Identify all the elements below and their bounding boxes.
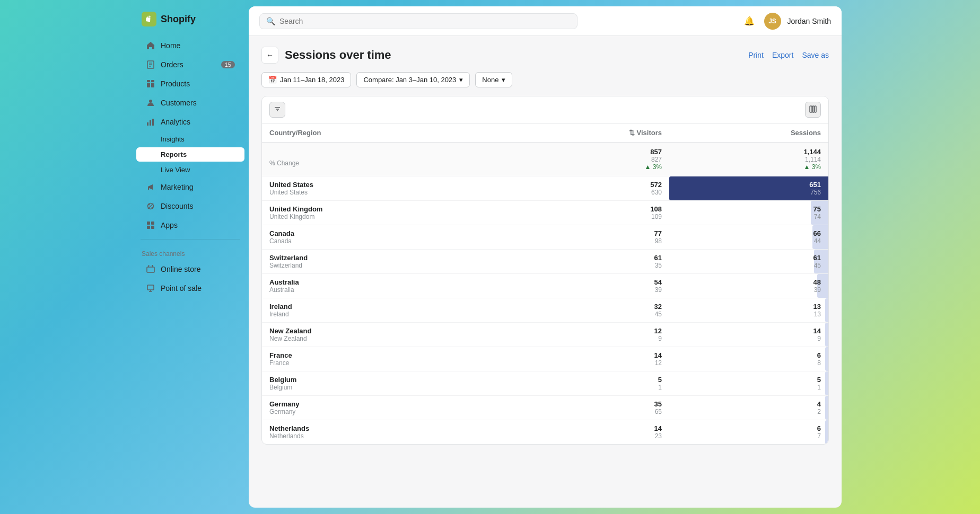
summary-visitors: 857 827 ▲ 3% bbox=[606, 143, 669, 176]
search-input[interactable] bbox=[279, 17, 571, 25]
sidebar-item-online-store[interactable]: Online store bbox=[136, 260, 244, 278]
orders-badge: 15 bbox=[221, 61, 235, 68]
notifications-button[interactable]: 🔔 bbox=[741, 13, 758, 30]
svg-rect-20 bbox=[151, 226, 154, 229]
columns-icon bbox=[809, 105, 817, 114]
table-row: Australia Australia 54 39 48 39 bbox=[262, 274, 828, 298]
table-row: Canada Canada 77 98 66 44 bbox=[262, 225, 828, 250]
page-area: ← Sessions over time Print Export Save a… bbox=[249, 36, 842, 508]
grouping-button[interactable]: None ▾ bbox=[475, 72, 512, 87]
sidebar-sub-reports[interactable]: Reports bbox=[136, 147, 244, 162]
discounts-icon bbox=[146, 201, 155, 211]
cell-visitors: 14 23 bbox=[606, 420, 669, 445]
home-icon bbox=[146, 41, 155, 50]
cell-visitors: 14 12 bbox=[606, 347, 669, 371]
date-range-button[interactable]: 📅 Jan 11–Jan 18, 2023 bbox=[261, 72, 351, 87]
summary-label: % Change bbox=[262, 143, 606, 176]
filter-icon-button[interactable] bbox=[269, 102, 285, 118]
sidebar-item-discounts[interactable]: Discounts bbox=[136, 197, 244, 215]
svg-rect-11 bbox=[152, 119, 154, 126]
bell-icon: 🔔 bbox=[744, 16, 755, 26]
chevron-down-icon: ▾ bbox=[502, 76, 505, 84]
cell-country: Ireland Ireland bbox=[262, 298, 606, 323]
sidebar-item-point-of-sale[interactable]: Point of sale bbox=[136, 279, 244, 297]
sales-channels-label: Sales channels bbox=[132, 244, 249, 260]
svg-rect-5 bbox=[151, 83, 154, 87]
cell-country: United States United States bbox=[262, 176, 606, 201]
sidebar-item-label: Online store bbox=[161, 265, 200, 273]
sidebar-item-analytics[interactable]: Analytics bbox=[136, 113, 244, 131]
page-header-right: Print Export Save as bbox=[748, 51, 829, 59]
back-button[interactable]: ← bbox=[261, 47, 278, 64]
filter-icon bbox=[274, 105, 281, 114]
sidebar-item-products[interactable]: Products bbox=[136, 75, 244, 93]
cell-visitors: 5 1 bbox=[606, 371, 669, 396]
cell-country: Netherlands Netherlands bbox=[262, 420, 606, 445]
cell-visitors: 77 98 bbox=[606, 225, 669, 250]
svg-rect-28 bbox=[810, 106, 812, 112]
search-bar[interactable]: 🔍 bbox=[259, 13, 578, 29]
sidebar-item-label: Home bbox=[161, 41, 180, 50]
columns-button[interactable] bbox=[805, 102, 821, 118]
session-bar bbox=[825, 420, 828, 444]
sidebar-item-customers[interactable]: Customers bbox=[136, 94, 244, 112]
date-range-label: Jan 11–Jan 18, 2023 bbox=[280, 76, 344, 84]
cell-visitors: 32 45 bbox=[606, 298, 669, 323]
page-header: ← Sessions over time Print Export Save a… bbox=[261, 47, 829, 64]
sidebar-sub-label: Live View bbox=[161, 166, 190, 174]
compare-button[interactable]: Compare: Jan 3–Jan 10, 2023 ▾ bbox=[356, 72, 470, 87]
export-button[interactable]: Export bbox=[772, 51, 793, 59]
sidebar-sub-label: Reports bbox=[161, 150, 187, 158]
svg-rect-9 bbox=[147, 122, 148, 126]
compare-label: Compare: Jan 3–Jan 10, 2023 bbox=[363, 76, 456, 84]
cell-sessions: 75 74 bbox=[669, 201, 828, 225]
sidebar-item-label: Orders bbox=[161, 60, 183, 69]
save-as-button[interactable]: Save as bbox=[802, 51, 829, 59]
table-card: Country/Region ⇅ Visitors Sessions bbox=[261, 96, 829, 445]
cell-sessions: 66 44 bbox=[669, 225, 828, 250]
print-button[interactable]: Print bbox=[748, 51, 764, 59]
table-row: United Kingdom United Kingdom 108 109 75… bbox=[262, 201, 828, 225]
table-row: Belgium Belgium 5 1 5 1 bbox=[262, 371, 828, 396]
cell-sessions: 6 8 bbox=[669, 347, 828, 371]
session-bar bbox=[825, 323, 828, 347]
sidebar-sub-insights[interactable]: Insights bbox=[136, 132, 244, 146]
sidebar-item-marketing[interactable]: Marketing bbox=[136, 178, 244, 196]
summary-row: % Change 857 827 ▲ 3% 1,144 1,114 ▲ 3% bbox=[262, 143, 828, 176]
sidebar-item-label: Analytics bbox=[161, 118, 190, 126]
page-title: Sessions over time bbox=[285, 48, 391, 62]
svg-rect-22 bbox=[147, 285, 154, 290]
cell-country: Canada Canada bbox=[262, 225, 606, 250]
svg-rect-18 bbox=[151, 221, 154, 225]
svg-rect-6 bbox=[147, 80, 150, 82]
cell-sessions: 14 9 bbox=[669, 323, 828, 347]
cell-sessions: 6 7 bbox=[669, 420, 828, 445]
sidebar-item-apps[interactable]: Apps bbox=[136, 216, 244, 234]
avatar-initials: JS bbox=[768, 17, 776, 25]
sidebar-item-label: Point of sale bbox=[161, 284, 202, 293]
svg-rect-19 bbox=[147, 226, 150, 229]
col-visitors[interactable]: ⇅ Visitors bbox=[606, 123, 669, 143]
svg-rect-12 bbox=[148, 188, 149, 190]
topbar-actions: 🔔 JS Jordan Smith bbox=[741, 13, 831, 30]
sidebar-divider bbox=[141, 239, 240, 240]
cell-country: United Kingdom United Kingdom bbox=[262, 201, 606, 225]
table-row: United States United States 572 630 651 … bbox=[262, 176, 828, 201]
col-country[interactable]: Country/Region bbox=[262, 123, 606, 143]
shopify-icon bbox=[142, 12, 156, 26]
cell-sessions: 48 39 bbox=[669, 274, 828, 298]
sidebar-sub-liveview[interactable]: Live View bbox=[136, 163, 244, 177]
main-content: 🔍 🔔 JS Jordan Smith ← bbox=[249, 6, 842, 508]
sidebar-item-home[interactable]: Home bbox=[136, 37, 244, 55]
sidebar-item-label: Discounts bbox=[161, 202, 193, 210]
sidebar: Shopify Home Orders 15 bbox=[132, 0, 249, 514]
session-bar bbox=[825, 371, 828, 395]
session-bar bbox=[825, 396, 828, 420]
sidebar-item-label: Apps bbox=[161, 221, 178, 229]
sidebar-item-orders[interactable]: Orders 15 bbox=[136, 56, 244, 74]
logo[interactable]: Shopify bbox=[132, 6, 249, 36]
filters-row: 📅 Jan 11–Jan 18, 2023 Compare: Jan 3–Jan… bbox=[261, 72, 829, 87]
pos-icon bbox=[146, 283, 155, 293]
col-sessions[interactable]: Sessions bbox=[669, 123, 828, 143]
sidebar-item-label: Products bbox=[161, 79, 190, 88]
